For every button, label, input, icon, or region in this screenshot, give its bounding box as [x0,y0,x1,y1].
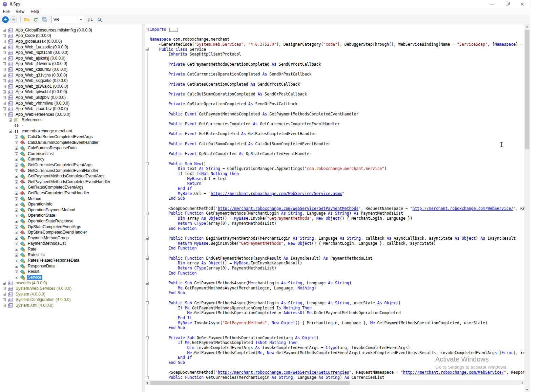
tree-item[interactable]: +OperationInfo [0,201,142,207]
horizontal-scrollbar-thumb[interactable] [150,381,350,385]
scroll-down-icon[interactable] [526,389,528,390]
expand-icon[interactable]: + [15,175,18,178]
expand-icon[interactable]: + [3,68,6,71]
fold-collapse-icon[interactable]: − [146,282,149,285]
tree-item[interactable]: −App_WebReferences (0.0.0.0) [0,112,142,117]
tree-item[interactable]: +PaymentMethodsList [0,241,142,247]
expand-icon[interactable]: + [3,96,6,99]
expand-icon[interactable]: + [3,287,6,290]
tree-item[interactable]: +Currency [0,157,142,162]
tree-item[interactable]: +System.Web.Services (4.0.0.0) [0,286,142,291]
expand-icon[interactable]: + [9,118,12,122]
horizontal-scrollbar[interactable] [145,380,524,385]
expand-icon[interactable]: + [15,135,18,138]
fold-collapse-icon[interactable]: − [146,376,149,379]
expand-icon[interactable]: + [15,214,18,217]
menu-help[interactable]: Help [27,8,42,15]
vertical-scrollbar-thumb[interactable] [525,30,529,149]
tree-item[interactable]: +GetPaymentMethodsCompletedEventArgs [0,173,142,179]
expand-icon[interactable]: + [15,197,18,200]
sort-assemblies-button[interactable]: AZ [87,16,95,23]
expand-icon[interactable]: + [15,270,18,273]
expand-icon[interactable]: + [15,225,18,228]
tree-item[interactable]: +App_Web_skjqcnko (0.0.0.0) [0,78,142,84]
hyperlink[interactable]: http://merchant.roboxchange.com/WebServi… [218,370,349,375]
tree-item[interactable]: +App_Web_zluou1sv (0.0.0.0) [0,106,142,112]
menu-view[interactable]: View [13,8,27,15]
expand-icon[interactable]: + [3,40,6,43]
tree-item[interactable]: −{}com.roboxchange.merchant [0,129,142,134]
expand-icon[interactable]: + [3,293,6,296]
tree-item[interactable]: +CalcSummsResponseData [0,145,142,151]
expand-icon[interactable]: + [3,90,6,93]
back-button[interactable] [2,16,9,23]
tree-item[interactable]: +App_Code (0.0.0.0) [0,33,142,39]
tree-item[interactable]: +CalcOutSummCompletedEventHandler [0,140,142,146]
tree-item[interactable]: +GetCurrenciesCompletedEventHandler [0,168,142,174]
expand-icon[interactable]: + [3,46,6,49]
expand-icon[interactable]: + [15,203,18,206]
tree-item[interactable]: +App_GlobalResources.m8skmfkg (0.0.0.0) [0,27,142,33]
expand-icon[interactable]: + [3,79,6,82]
collapse-icon[interactable]: − [9,130,12,133]
tree-item[interactable]: +App_Web_vfrhm0wu (0.0.0.0) [0,101,142,106]
expand-icon[interactable]: + [15,231,18,234]
tree-item[interactable]: +Rate [0,246,142,252]
tree-item[interactable]: +App_Web_tptwcbhf (0.0.0.0) [0,89,142,95]
tree-item[interactable]: +App_Web_1uuzpdiz (0.0.0.0) [0,44,142,50]
expand-icon[interactable]: + [3,282,6,285]
tree-item[interactable]: +GetCurrenciesCompletedEventArgs [0,162,142,168]
tree-item[interactable]: +ResponseData [0,263,142,269]
menu-file[interactable]: File [0,8,13,15]
close-button[interactable] [515,0,530,8]
scroll-up-icon[interactable] [526,26,528,27]
expand-icon[interactable]: + [3,107,6,110]
tree-item[interactable]: +RatesList [0,252,142,258]
tree-item[interactable]: +mscorlib (4.0.0.0) [0,280,142,286]
expand-icon[interactable]: + [15,248,18,251]
expand-icon[interactable]: + [15,169,18,172]
tree-item[interactable]: {}- [0,123,142,129]
tree-item[interactable]: +CalcOutSummCompletedEventArgs [0,134,142,140]
fold-collapse-icon[interactable]: − [146,257,149,260]
tree-item[interactable]: +Service [0,275,142,280]
hyperlink[interactable]: http://merchant.roboxchange.com/WebServi… [403,370,504,375]
hyperlink[interactable]: https://merchant.roboxchange.com/WebServ… [211,191,342,196]
fold-collapse-icon[interactable]: − [146,237,149,240]
expand-icon[interactable]: + [3,74,6,77]
tree-item[interactable]: +App_Web_4qzt1cnh (0.0.0.0) [0,50,142,56]
scroll-left-icon[interactable] [146,382,148,384]
expand-icon[interactable]: + [3,57,6,60]
expand-icon[interactable]: + [3,85,6,88]
expand-icon[interactable]: + [15,276,18,279]
expand-icon[interactable]: + [15,192,18,195]
scroll-right-icon[interactable] [522,382,523,384]
expand-icon[interactable]: + [15,164,18,167]
tree-item[interactable]: +PaymentMethodGroup [0,235,142,241]
search-button[interactable] [96,16,104,23]
fold-collapse-icon[interactable]: − [146,162,149,165]
expand-icon[interactable]: + [15,242,18,245]
open-file-button[interactable] [23,16,31,23]
tree-item[interactable]: +System.Xml (4.0.0.0) [0,303,142,308]
tree-item[interactable]: +App_Web_kddurn5i (0.0.0.0) [0,67,142,72]
hyperlink[interactable]: http://merchant.roboxchange.com/WebServi… [413,206,514,211]
expand-icon[interactable]: + [15,186,18,189]
expand-icon[interactable]: + [15,152,18,155]
expand-icon[interactable]: + [3,102,6,105]
vertical-scrollbar[interactable] [524,24,530,392]
tree-item[interactable]: +OperationState [0,213,142,219]
expand-icon[interactable]: + [15,220,18,223]
splitter[interactable] [142,24,145,392]
expand-icon[interactable]: + [3,62,6,65]
tree-item[interactable]: +OperationStateResponse [0,218,142,224]
fold-collapse-icon[interactable]: − [146,212,149,215]
restore-button[interactable] [499,0,515,8]
tree-item[interactable]: +Result [0,269,142,275]
expand-icon[interactable]: + [15,237,18,240]
fold-collapse-icon[interactable]: − [146,336,149,339]
tree-item[interactable]: +GetRatesCompletedEventArgs [0,185,142,191]
expand-icon[interactable]: + [15,180,18,183]
expand-icon[interactable]: + [3,51,6,54]
tree-item[interactable]: +RatesRelatedResponseData [0,258,142,263]
